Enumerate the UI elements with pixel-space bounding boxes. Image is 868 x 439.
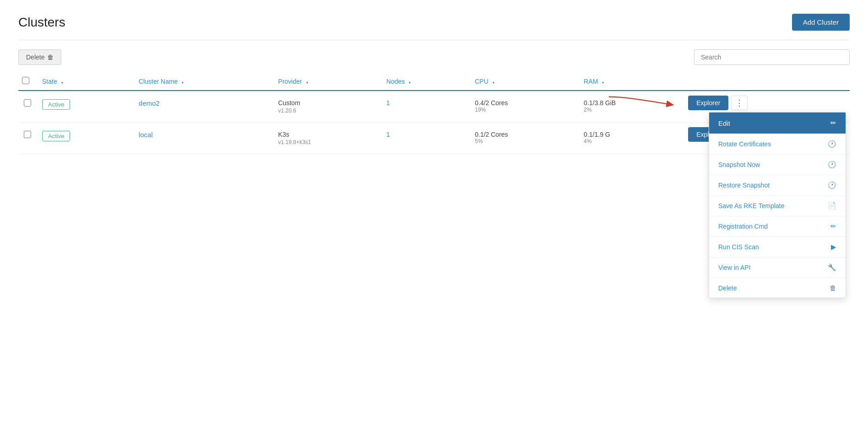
col-actions	[684, 72, 850, 91]
trash-icon: 🗑	[47, 54, 54, 61]
restore-snapshot-icon: 🕐	[828, 181, 836, 189]
status-badge: Active	[42, 99, 70, 110]
menu-item-rotate-certificates[interactable]: Rotate Certificates 🕐	[709, 134, 846, 154]
row2-provider-version: v1.19.8+k3s1	[278, 139, 375, 145]
row1-nodes: 1	[381, 91, 469, 123]
row1-state: Active	[37, 91, 133, 123]
row1-provider-name: Custom	[278, 99, 375, 107]
menu-item-run-cis-scan[interactable]: Run CIS Scan ▶	[709, 236, 846, 257]
rotate-icon: 🕐	[828, 140, 836, 148]
row1-cluster-name-link[interactable]: demo2	[139, 99, 160, 107]
clusters-table-wrapper: State ⬧ Cluster Name ⬧ Provider ⬧ Nodes …	[18, 72, 850, 154]
row2-ram: 0.1/1.9 G 4%	[578, 123, 684, 154]
registration-icon: ✏	[830, 222, 836, 230]
add-cluster-button[interactable]: Add Cluster	[792, 14, 850, 31]
row2-provider-name: K3s	[278, 131, 375, 138]
menu-item-snapshot-now[interactable]: Snapshot Now 🕐	[709, 154, 846, 175]
toolbar: Delete 🗑	[18, 49, 850, 65]
nodes-sort-icon: ⬧	[408, 80, 411, 85]
row1-checkbox-cell	[18, 91, 37, 123]
status-badge: Active	[42, 131, 70, 141]
row2-cpu: 0.1/2 Cores 5%	[469, 123, 578, 154]
menu-item-restore-snapshot[interactable]: Restore Snapshot 🕐	[709, 175, 846, 195]
col-ram[interactable]: RAM ⬧	[578, 72, 684, 91]
delete-button[interactable]: Delete 🗑	[18, 49, 61, 65]
row2-nodes-link[interactable]: 1	[386, 131, 390, 138]
row2-provider: K3s v1.19.8+k3s1	[273, 123, 381, 154]
row1-ram-sub: 2%	[584, 107, 679, 113]
row1-ram: 0.1/3.8 GiB 2%	[578, 91, 684, 123]
state-sort-icon: ⬧	[61, 80, 64, 85]
save-rke-icon: 📄	[828, 202, 836, 210]
row1-actions: Explorer ⋮ Edit ✏ Rotate Certificates	[684, 91, 850, 123]
clusters-table: State ⬧ Cluster Name ⬧ Provider ⬧ Nodes …	[18, 72, 850, 154]
row2-state: Active	[37, 123, 133, 154]
search-input[interactable]	[694, 49, 850, 65]
explorer-button[interactable]: Explorer	[688, 96, 728, 110]
menu-item-registration-cmd[interactable]: Registration Cmd ✏	[709, 216, 846, 236]
row1-cpu: 0.4/2 Cores 19%	[469, 91, 578, 123]
context-menu: Edit ✏ Rotate Certificates 🕐 Snapshot No…	[709, 112, 846, 298]
row1-nodes-link[interactable]: 1	[386, 99, 390, 107]
page: Clusters Add Cluster Delete 🗑 State ⬧	[0, 0, 868, 439]
row2-ram-main: 0.1/1.9 G	[584, 131, 679, 138]
menu-item-save-rke-template[interactable]: Save As RKE Template 📄	[709, 195, 846, 216]
row1-actions-cell: Explorer ⋮ Edit ✏ Rotate Certificates	[688, 96, 846, 110]
edit-icon: ✏	[830, 119, 836, 127]
col-cluster-name[interactable]: Cluster Name ⬧	[133, 72, 273, 91]
select-all-checkbox[interactable]	[22, 77, 29, 84]
row2-checkbox-cell	[18, 123, 37, 154]
col-provider[interactable]: Provider ⬧	[273, 72, 381, 91]
col-cpu[interactable]: CPU ⬧	[469, 72, 578, 91]
row2-cluster-name-link[interactable]: local	[139, 131, 153, 139]
row1-provider: Custom v1.20.6	[273, 91, 381, 123]
menu-item-edit[interactable]: Edit ✏	[709, 112, 846, 134]
row1-ram-main: 0.1/3.8 GiB	[584, 99, 679, 107]
row2-cluster-name: local	[133, 123, 273, 154]
page-title: Clusters	[18, 15, 65, 30]
row1-checkbox[interactable]	[24, 99, 31, 107]
kebab-menu-button[interactable]: ⋮	[731, 96, 748, 110]
page-header: Clusters Add Cluster	[18, 14, 850, 31]
row2-nodes: 1	[381, 123, 469, 154]
row2-ram-sub: 4%	[584, 138, 679, 145]
col-state[interactable]: State ⬧	[37, 72, 133, 91]
header-divider	[18, 40, 850, 40]
snapshot-now-icon: 🕐	[828, 161, 836, 169]
row2-cpu-sub: 5%	[475, 138, 573, 145]
row1-provider-version: v1.20.6	[278, 107, 375, 114]
menu-delete-icon: 🗑	[830, 284, 836, 292]
col-nodes[interactable]: Nodes ⬧	[381, 72, 469, 91]
view-api-icon: 🔧	[828, 263, 836, 272]
cluster-name-sort-icon: ⬧	[181, 80, 184, 85]
run-cis-icon: ▶	[831, 243, 836, 251]
row1-cpu-sub: 19%	[475, 107, 573, 113]
cpu-sort-icon: ⬧	[492, 80, 495, 85]
delete-button-label: Delete	[26, 54, 44, 61]
row1-cluster-name: demo2	[133, 91, 273, 123]
menu-item-delete[interactable]: Delete 🗑	[709, 278, 846, 298]
select-all-header	[18, 72, 37, 91]
row2-checkbox[interactable]	[24, 131, 31, 138]
row1-cpu-main: 0.4/2 Cores	[475, 99, 573, 107]
ram-sort-icon: ⬧	[602, 80, 604, 85]
menu-item-view-in-api[interactable]: View in API 🔧	[709, 257, 846, 278]
table-row: Active demo2 Custom v1.20.6 1 0.4/2 Core…	[18, 91, 850, 123]
row2-cpu-main: 0.1/2 Cores	[475, 131, 573, 138]
provider-sort-icon: ⬧	[306, 80, 309, 85]
